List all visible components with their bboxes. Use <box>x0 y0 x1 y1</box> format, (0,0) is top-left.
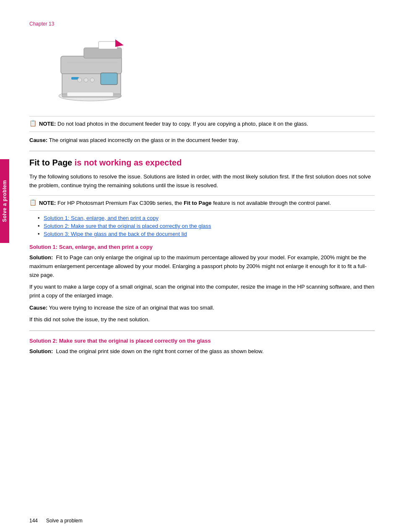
svg-point-13 <box>90 78 94 82</box>
svg-rect-4 <box>99 41 117 49</box>
svg-point-12 <box>84 78 88 82</box>
list-item-solution-2: Solution 2: Make sure that the original … <box>38 223 375 229</box>
footer-section-label: Solve a problem <box>46 518 83 524</box>
note-box-2: 📋 NOTE: For HP Photosmart Premium Fax C3… <box>29 195 375 211</box>
note-icon-2: 📋 <box>29 199 36 206</box>
section-divider-1 <box>29 151 375 151</box>
note-icon-1: 📋 <box>29 120 36 127</box>
solution-1-body1: Solution: Fit to Page can only enlarge t… <box>29 253 375 279</box>
solution-2-heading: Solution 2: Make sure that the original … <box>29 338 375 344</box>
solution-3-link[interactable]: Solution 3: Wipe the glass and the back … <box>44 231 187 237</box>
side-tab-label: Solve a problem <box>0 159 9 243</box>
intro-paragraph: Try the following solutions to resolve t… <box>29 173 375 190</box>
list-item-solution-3: Solution 3: Wipe the glass and the back … <box>38 231 375 237</box>
svg-point-11 <box>78 78 82 82</box>
printer-svg <box>46 35 138 106</box>
svg-rect-3 <box>84 48 122 58</box>
next-solution-text: If this did not solve the issue, try the… <box>29 315 375 324</box>
solution-2-body: Solution: Load the original print side d… <box>29 347 375 356</box>
page-footer: 144 Solve a problem <box>9 518 400 524</box>
note-text-2: NOTE: For HP Photosmart Premium Fax C309… <box>39 199 331 207</box>
printer-illustration <box>46 35 375 108</box>
title-magenta-part: is not working as expected <box>75 158 182 167</box>
title-black-part: Fit to Page <box>29 158 72 167</box>
chapter-label: Chapter 13 <box>29 21 375 27</box>
page-number: 144 <box>29 518 38 524</box>
solutions-list: Solution 1: Scan, enlarge, and then prin… <box>38 215 375 237</box>
solution-1-link[interactable]: Solution 1: Scan, enlarge, and then prin… <box>44 215 158 221</box>
solution-1-heading: Solution 1: Scan, enlarge, and then prin… <box>29 244 375 250</box>
svg-rect-6 <box>101 73 117 85</box>
cause-line-solution1: Cause: You were trying to increase the s… <box>29 304 375 312</box>
note-text-1: NOTE: Do not load photos in the document… <box>39 120 308 128</box>
solution-2-link[interactable]: Solution 2: Make sure that the original … <box>44 223 211 229</box>
svg-rect-9 <box>67 92 113 96</box>
note-box-1: 📋 NOTE: Do not load photos in the docume… <box>29 116 375 132</box>
svg-rect-2 <box>61 56 122 74</box>
cause-line-1: Cause: The original was placed incorrect… <box>29 136 375 145</box>
svg-marker-5 <box>115 39 124 47</box>
list-item-solution-1: Solution 1: Scan, enlarge, and then prin… <box>38 215 375 221</box>
main-section-title: Fit to Page is not working as expected <box>29 158 375 168</box>
section-divider-2 <box>29 331 375 331</box>
solution-1-body2: If you want to make a large copy of a sm… <box>29 283 375 300</box>
